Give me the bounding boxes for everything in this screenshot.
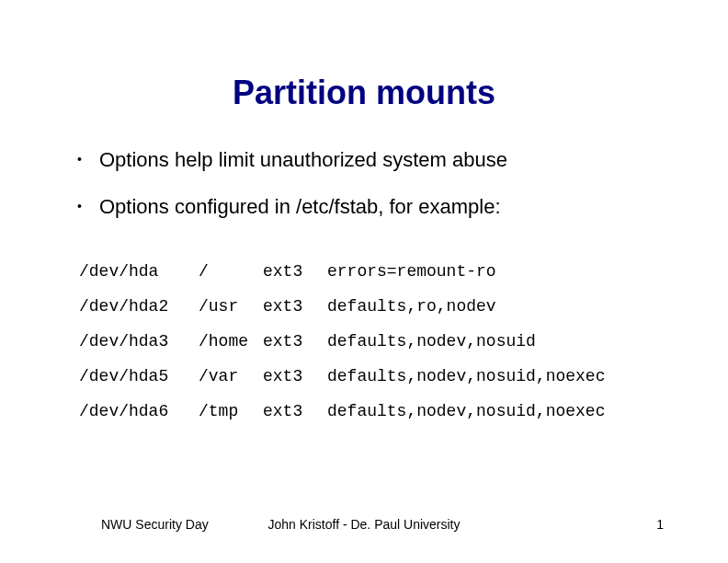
table-row: /dev/hda6 /tmp ext3 defaults,nodev,nosui… bbox=[79, 402, 654, 420]
cell-device: /dev/hda5 bbox=[79, 367, 199, 385]
footer-left: NWU Security Day bbox=[0, 517, 240, 532]
table-row: /dev/hda2 /usr ext3 defaults,ro,nodev bbox=[79, 297, 654, 316]
slide: Partition mounts Options help limit unau… bbox=[0, 0, 728, 563]
cell-mount: /var bbox=[199, 367, 263, 385]
footer-right: 1 bbox=[488, 517, 728, 532]
cell-mount: /usr bbox=[199, 297, 263, 316]
cell-mount: /home bbox=[199, 332, 263, 350]
cell-fs: ext3 bbox=[263, 402, 327, 420]
cell-mount: /tmp bbox=[199, 402, 263, 420]
cell-fs: ext3 bbox=[263, 297, 327, 316]
table-row: /dev/hda5 /var ext3 defaults,nodev,nosui… bbox=[79, 367, 654, 385]
bullet-list: Options help limit unauthorized system a… bbox=[74, 147, 654, 220]
cell-opts: defaults,nodev,nosuid,noexec bbox=[327, 367, 654, 385]
cell-fs: ext3 bbox=[263, 262, 327, 281]
cell-fs: ext3 bbox=[263, 332, 327, 350]
cell-opts: defaults,nodev,nosuid bbox=[327, 332, 654, 350]
cell-device: /dev/hda6 bbox=[79, 402, 199, 420]
cell-mount: / bbox=[199, 262, 263, 281]
footer-center: John Kristoff - De. Paul University bbox=[240, 517, 487, 532]
bullet-item: Options help limit unauthorized system a… bbox=[74, 147, 654, 174]
slide-title: Partition mounts bbox=[74, 74, 654, 112]
cell-device: /dev/hda2 bbox=[79, 297, 199, 316]
table-row: /dev/hda3 /home ext3 defaults,nodev,nosu… bbox=[79, 332, 654, 350]
table-row: /dev/hda / ext3 errors=remount-ro bbox=[79, 262, 654, 281]
cell-device: /dev/hda3 bbox=[79, 332, 199, 350]
cell-opts: defaults,ro,nodev bbox=[327, 297, 654, 316]
cell-opts: errors=remount-ro bbox=[327, 262, 654, 281]
cell-fs: ext3 bbox=[263, 367, 327, 385]
fstab-table: /dev/hda / ext3 errors=remount-ro /dev/h… bbox=[79, 262, 654, 420]
cell-device: /dev/hda bbox=[79, 262, 199, 281]
footer: NWU Security Day John Kristoff - De. Pau… bbox=[0, 517, 728, 532]
cell-opts: defaults,nodev,nosuid,noexec bbox=[327, 402, 654, 420]
bullet-item: Options configured in /etc/fstab, for ex… bbox=[74, 194, 654, 221]
